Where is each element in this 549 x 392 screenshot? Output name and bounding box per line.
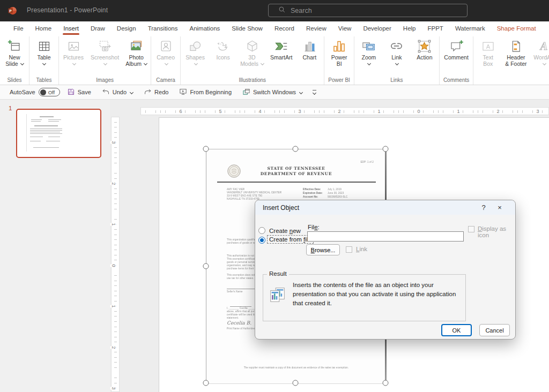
ruler-mark: 4: [257, 108, 262, 115]
ribbon-comment-button[interactable]: Comment: [441, 36, 472, 61]
svg-text:P: P: [9, 9, 12, 13]
ribbon-power-bi-button[interactable]: PowerBI: [325, 36, 353, 68]
doc-heading-2: DEPARTMENT OF REVENUE: [206, 171, 386, 176]
autosave-state: Off: [48, 89, 55, 95]
embedded-document-icon: [269, 286, 287, 305]
tab-file[interactable]: File: [8, 22, 29, 35]
resize-handle-top-center[interactable]: [293, 146, 299, 152]
tab-review[interactable]: Review: [300, 22, 332, 35]
display-as-icon-checkbox: [468, 226, 474, 232]
link-label: Link: [356, 246, 367, 252]
action-icon: [417, 38, 432, 54]
search-input[interactable]: Search: [268, 4, 468, 17]
tab-design[interactable]: Design: [111, 22, 142, 35]
customize-toolbar-icon[interactable]: [313, 90, 316, 94]
resize-handle-top-right[interactable]: [383, 146, 389, 152]
ribbon-smartart-button[interactable]: SmartArt: [267, 36, 295, 61]
ribbon: NewSlide Slides TableTables PicturesScre…: [0, 36, 549, 85]
tab-help[interactable]: Help: [397, 22, 422, 35]
undo-button[interactable]: Undo: [98, 87, 137, 98]
tab-watermark[interactable]: Watermark: [449, 22, 491, 35]
powerpoint-logo-icon: P: [8, 6, 17, 18]
ok-button[interactable]: OK: [441, 324, 472, 336]
table-icon: [37, 38, 51, 54]
ruler-mark: 0: [110, 264, 117, 267]
tab-transitions[interactable]: Transitions: [142, 22, 184, 35]
doc-effective-value: July 1, 2019: [328, 188, 342, 191]
slide-thumbnail-panel: 1: [0, 100, 110, 392]
resize-handle-bottom-center[interactable]: [293, 380, 299, 386]
doc-body-line: use tax for other states.: [227, 277, 254, 280]
ribbon-icons-button: Icons: [209, 36, 237, 61]
ribbon-chart-button[interactable]: Chart: [295, 36, 323, 61]
ruler-mark: 3: [110, 387, 117, 389]
ruler-mark: 0: [416, 108, 421, 115]
ruler-mark: 6: [178, 108, 183, 115]
redo-button[interactable]: Redo: [140, 87, 172, 98]
cameo-icon: [159, 38, 173, 54]
resize-handle-bottom-left[interactable]: [203, 380, 209, 386]
doc-sellers-name: Seller's Name: [227, 290, 243, 293]
resize-handle-top-left[interactable]: [203, 146, 209, 152]
ruler-mark: 2: [337, 108, 342, 115]
ribbon-action-button[interactable]: Action: [411, 36, 439, 61]
file-path-input[interactable]: [307, 231, 464, 242]
dialog-close-icon[interactable]: ×: [492, 203, 508, 212]
save-button[interactable]: Save: [63, 87, 95, 98]
save-icon: [67, 88, 75, 97]
wordart-icon: A: [537, 38, 549, 54]
ribbon-new-slide-button[interactable]: NewSlide: [1, 36, 28, 68]
tab-shape-format[interactable]: Shape Format: [491, 22, 542, 35]
from-beginning-button[interactable]: From Beginning: [175, 87, 235, 98]
horizontal-ruler: 6543210123: [140, 107, 549, 115]
create-from-file-label: Create from file: [267, 235, 314, 244]
dialog-title-bar[interactable]: Insert Object ? ×: [255, 200, 515, 215]
redo-icon: [144, 88, 152, 97]
tab-home[interactable]: Home: [29, 22, 58, 35]
tab-animations[interactable]: Animations: [183, 22, 226, 35]
ribbon-header-footer-button[interactable]: Header& Footer: [502, 36, 530, 68]
ruler-mark: 2: [495, 108, 500, 115]
smartart-icon: [274, 38, 288, 54]
create-new-radio[interactable]: [258, 227, 265, 234]
ruler-mark: 5: [218, 108, 222, 115]
resize-handle-middle-left[interactable]: [203, 263, 209, 269]
doc-footer: The supplier must maintain a copy of thi…: [206, 366, 386, 370]
ribbon-link-button[interactable]: Link: [383, 36, 411, 68]
ribbon-photo-album-button[interactable]: PhotoAlbum: [122, 36, 150, 68]
link-checkbox: [346, 246, 352, 253]
ruler-mark: 2: [110, 182, 117, 185]
autosave-toggle[interactable]: Off: [39, 88, 60, 96]
header-footer-icon: [509, 38, 523, 54]
ribbon-group-images: PicturesScreenshotPhotoAlbum Images: [59, 36, 151, 85]
undo-dropdown-icon: [130, 90, 133, 94]
create-from-file-radio[interactable]: [258, 237, 265, 244]
tab-insert[interactable]: Insert: [57, 22, 85, 35]
doc-page-ref: EDP: 1 of 2: [340, 161, 374, 164]
ribbon-screenshot-button: Screenshot: [87, 36, 122, 68]
resize-handle-bottom-right[interactable]: [383, 380, 389, 386]
slide-thumbnail[interactable]: [16, 109, 101, 158]
dialog-help-button[interactable]: ?: [476, 203, 492, 212]
insert-object-dialog: Insert Object ? × Create new Create from…: [255, 200, 516, 340]
doc-effective-label: Effective Date:: [303, 188, 321, 191]
switch-windows-button[interactable]: Switch Windows: [239, 87, 306, 98]
icons-icon: [216, 38, 231, 54]
ribbon-table-button[interactable]: Table: [30, 36, 58, 68]
shapes-icon: [188, 38, 203, 54]
tab-developer[interactable]: Developer: [357, 22, 397, 35]
ruler-mark: 3: [110, 141, 117, 144]
tab-fppt[interactable]: FPPT: [422, 22, 449, 35]
tab-slide-show[interactable]: Slide Show: [226, 22, 269, 35]
ribbon-zoom-button[interactable]: Zoom: [355, 36, 383, 68]
tab-draw[interactable]: Draw: [85, 22, 111, 35]
cancel-button[interactable]: Cancel: [479, 324, 510, 336]
ruler-mark: 3: [297, 108, 302, 115]
tab-bar: FileHomeInsertDrawDesignTransitionsAnima…: [0, 21, 549, 36]
ribbon-group-text: ATextBoxHeader& FooterAWordArtDate &Time…: [473, 36, 549, 85]
doc-heading-1: STATE OF TENNESSEE: [206, 166, 386, 171]
ruler-mark: 1: [376, 108, 381, 115]
browse-button[interactable]: Browse...: [306, 244, 340, 255]
tab-record[interactable]: Record: [269, 22, 300, 35]
tab-view[interactable]: View: [332, 22, 358, 35]
